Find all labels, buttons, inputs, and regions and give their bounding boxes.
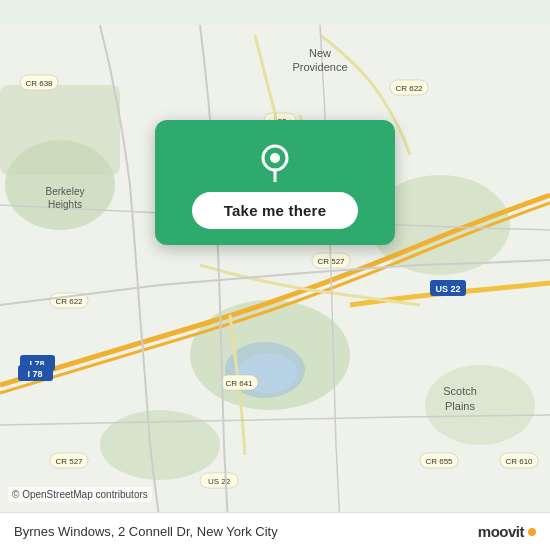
svg-text:Plains: Plains [445,400,475,412]
svg-text:Scotch: Scotch [443,385,477,397]
map-background: I 78 US 22 CR 622 CR 622 CR 638 655 CR 5… [0,0,550,550]
svg-point-4 [425,365,535,445]
svg-text:CR 638: CR 638 [25,79,53,88]
svg-point-44 [270,153,280,163]
svg-text:New: New [309,47,331,59]
svg-text:CR 527: CR 527 [55,457,83,466]
svg-text:US 22: US 22 [435,284,460,294]
moovit-logo-dot [528,528,536,536]
svg-text:Providence: Providence [292,61,347,73]
svg-text:Heights: Heights [48,199,82,210]
location-pin-icon [253,138,297,182]
moovit-logo-text: moovit [478,523,524,540]
map-copyright: © OpenStreetMap contributors [8,487,152,502]
moovit-logo: moovit [478,523,536,540]
address-label: Byrnes Windows, 2 Connell Dr, New York C… [14,524,278,539]
svg-text:CR 610: CR 610 [505,457,533,466]
svg-text:CR 622: CR 622 [395,84,423,93]
bottom-bar: Byrnes Windows, 2 Connell Dr, New York C… [0,512,550,550]
svg-text:US 22: US 22 [208,477,231,486]
svg-text:CR 641: CR 641 [225,379,253,388]
map-container: I 78 US 22 CR 622 CR 622 CR 638 655 CR 5… [0,0,550,550]
svg-rect-6 [0,85,120,175]
navigation-card: Take me there [155,120,395,245]
take-me-there-button[interactable]: Take me there [192,192,358,229]
svg-text:Berkeley: Berkeley [46,186,85,197]
svg-text:I 78: I 78 [27,369,42,379]
svg-text:CR 655: CR 655 [425,457,453,466]
